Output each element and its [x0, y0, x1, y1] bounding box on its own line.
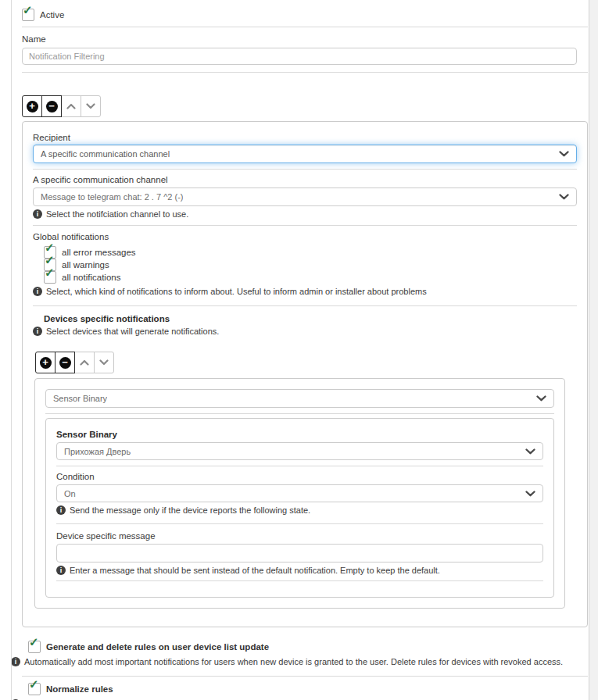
divider — [45, 413, 554, 414]
chevron-down-icon — [559, 151, 569, 157]
chevron-up-icon — [80, 359, 89, 366]
hint-text: Select the notifciation channel to use. — [46, 209, 188, 220]
active-label: Active — [40, 10, 64, 20]
divider — [22, 72, 588, 73]
info-icon: i — [33, 327, 42, 336]
plus-circle-icon: + — [40, 357, 52, 369]
normalize-rules-label: Normalize rules — [46, 684, 113, 694]
device-type-select-value: Sensor Binary — [53, 394, 107, 403]
name-label: Name — [22, 34, 588, 45]
device-type-select[interactable]: Sensor Binary — [45, 389, 554, 408]
device-message-label: Device specific message — [56, 530, 543, 541]
all-notifications-checkbox[interactable]: ✓ all notifications — [44, 271, 577, 284]
global-notifications-hint: i Select, which kind of notifications to… — [33, 287, 577, 297]
recipient-select[interactable]: A specific communication channel — [33, 145, 577, 163]
check-icon: ✓ — [29, 678, 39, 690]
notification-settings-panel: ✓ Active Name + − Recipient — [0, 0, 598, 700]
global-notifications-label: Global notifications — [33, 231, 577, 242]
all-error-messages-checkbox[interactable]: ✓ all error messages — [44, 246, 577, 259]
move-up-button[interactable] — [61, 95, 81, 117]
form-content: ✓ Active Name + − Recipient — [22, 9, 588, 700]
devices-specific-title: Devices specific notifications — [44, 313, 577, 324]
add-rule-button[interactable]: + — [22, 95, 42, 117]
chevron-down-icon — [99, 359, 109, 366]
hint-text: Send the message only if the device repo… — [70, 505, 310, 516]
info-icon: i — [56, 566, 66, 575]
hint-text: Automatically add most important notific… — [24, 657, 563, 667]
channel-label: A specific communication channel — [33, 174, 577, 185]
divider — [33, 225, 577, 226]
move-device-up-button[interactable] — [74, 352, 95, 373]
condition-select[interactable]: On — [56, 484, 543, 502]
chevron-down-icon — [536, 395, 546, 402]
chevron-down-icon — [525, 448, 535, 455]
rules-toolbar: + − — [22, 95, 101, 117]
hint-text: Enter a message that should be sent inst… — [70, 566, 440, 576]
sensor-binary-block: Sensor Binary Прихожая Дверь Condition O… — [45, 418, 554, 598]
device-select[interactable]: Прихожая Дверь — [56, 442, 543, 460]
devices-specific-hint: i Select devices that will generate noti… — [33, 327, 577, 337]
checkbox-box: ✓ — [44, 271, 56, 284]
check-icon: ✓ — [23, 4, 33, 16]
move-device-down-button[interactable] — [94, 352, 114, 373]
info-icon: i — [56, 505, 66, 515]
recipient-select-value: A specific communication channel — [41, 149, 170, 159]
panel-left-border — [11, 0, 12, 700]
minus-circle-icon: − — [46, 101, 58, 112]
info-icon: i — [33, 209, 42, 219]
generate-rules-checkbox[interactable]: ✓ Generate and delete rules on user devi… — [28, 641, 588, 653]
device-select-value: Прихожая Дверь — [64, 447, 131, 456]
chevron-down-icon — [86, 103, 95, 109]
remove-device-button[interactable]: − — [55, 352, 75, 373]
scrollbar-gutter[interactable] — [589, 0, 598, 700]
active-checkbox[interactable]: ✓ Active — [22, 9, 588, 21]
device-message-input[interactable] — [56, 544, 543, 562]
all-warnings-checkbox[interactable]: ✓ all warnings — [44, 259, 577, 271]
check-icon: ✓ — [45, 241, 55, 253]
remove-rule-button[interactable]: − — [41, 95, 62, 117]
generate-rules-label: Generate and delete rules on user device… — [46, 642, 269, 652]
condition-hint: i Send the message only if the device re… — [56, 505, 543, 516]
chevron-up-icon — [66, 103, 76, 109]
global-notifications-list: ✓ all error messages ✓ all warnings ✓ al… — [44, 246, 577, 284]
divider — [22, 27, 588, 27]
checkbox-box: ✓ — [28, 641, 41, 653]
channel-hint: i Select the notifciation channel to use… — [33, 209, 577, 220]
generate-rules-hint: i Automatically add most important notif… — [11, 657, 588, 667]
add-device-button[interactable]: + — [35, 352, 56, 373]
name-input[interactable] — [22, 48, 577, 65]
channel-select-value: Message to telegram chat: 2 . 7 ^2 (-) — [41, 192, 183, 202]
checkbox-label: all error messages — [62, 248, 136, 257]
checkbox-label: all notifications — [62, 273, 120, 282]
normalize-rules-checkbox[interactable]: ✓ Normalize rules — [28, 683, 588, 695]
devices-toolbar: + − — [35, 352, 114, 373]
condition-select-value: On — [64, 489, 76, 498]
move-down-button[interactable] — [81, 95, 101, 117]
checkbox-box: ✓ — [22, 9, 34, 21]
divider — [22, 676, 588, 677]
chevron-down-icon — [525, 491, 535, 497]
recipient-label: Recipient — [33, 132, 577, 143]
check-icon: ✓ — [29, 636, 39, 648]
device-entry-block: Sensor Binary Sensor Binary Прихожая Две… — [34, 378, 565, 609]
divider — [33, 305, 577, 306]
check-icon: ✓ — [45, 266, 55, 278]
minus-circle-icon: − — [59, 357, 71, 369]
rule-block: Recipient A specific communication chann… — [22, 121, 588, 627]
channel-select[interactable]: Message to telegram chat: 2 . 7 ^2 (-) — [33, 188, 577, 206]
hint-text: Select devices that will generate notifi… — [46, 327, 219, 337]
sensor-binary-title: Sensor Binary — [56, 429, 543, 440]
info-icon: i — [11, 657, 20, 666]
checkbox-box: ✓ — [28, 683, 41, 695]
divider — [56, 580, 543, 581]
check-icon: ✓ — [45, 254, 55, 266]
divider — [33, 169, 577, 170]
checkbox-label: all warnings — [62, 260, 109, 270]
divider — [56, 466, 543, 466]
hint-text: Select, which kind of notifications to i… — [46, 287, 427, 297]
divider — [56, 523, 543, 524]
info-icon: i — [33, 287, 42, 296]
device-message-hint: i Enter a message that should be sent in… — [56, 566, 543, 576]
condition-label: Condition — [56, 471, 543, 482]
chevron-down-icon — [559, 194, 569, 200]
